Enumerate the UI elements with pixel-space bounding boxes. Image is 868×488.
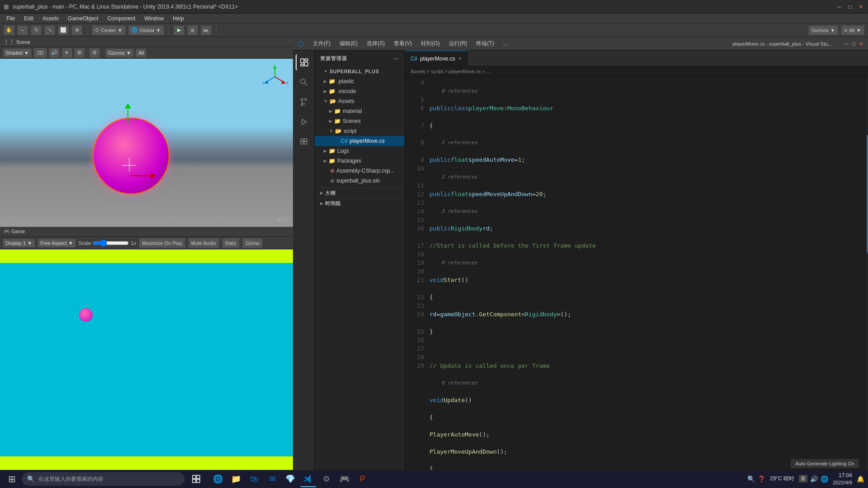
- taskbar-unity[interactable]: ⚙: [318, 471, 335, 487]
- vscode-menu-run[interactable]: 运行(R): [445, 37, 471, 51]
- task-view-button[interactable]: [188, 471, 204, 487]
- explorer-more-icon[interactable]: ···: [394, 56, 399, 61]
- taskbar-slimjet[interactable]: 💎: [282, 471, 298, 487]
- search-activity-icon[interactable]: [296, 74, 312, 90]
- taskbar-mail[interactable]: ✉: [264, 471, 280, 487]
- pause-button[interactable]: ⏸: [187, 25, 198, 35]
- vscode-menu-more[interactable]: ...: [500, 37, 511, 51]
- explorer-sln[interactable]: ≣ superball_plus.sln: [315, 176, 405, 186]
- gizmos-label-3: Gizmo: [245, 240, 260, 246]
- game-tab[interactable]: 🎮 Game: [4, 229, 25, 235]
- speaker-icon[interactable]: 🔊: [810, 475, 818, 483]
- vscode-close[interactable]: ✕: [859, 41, 863, 47]
- menu-gameobject[interactable]: GameObject: [64, 14, 102, 23]
- explorer-assets[interactable]: ▼ 📂 Assets: [315, 96, 405, 106]
- pivot-center-dropdown[interactable]: ⊙ Center ▼: [92, 25, 126, 35]
- stats-button[interactable]: Stats: [222, 238, 240, 248]
- system-icons: 🔍 ❓: [747, 475, 765, 483]
- scene-tab[interactable]: ⋮⋮ Scene: [4, 39, 30, 45]
- extensions-activity-icon[interactable]: [296, 134, 312, 150]
- display-dropdown[interactable]: Display 1 ▼: [3, 239, 35, 248]
- vscode-menu-file[interactable]: 文件(F): [309, 37, 334, 51]
- taskbar-explorer[interactable]: 📁: [228, 471, 244, 487]
- scene-all-dropdown[interactable]: All: [136, 48, 146, 57]
- outline-section[interactable]: ▶ 大纲: [315, 188, 405, 198]
- playermove-tab[interactable]: C# playerMove.cs ✕: [405, 51, 467, 66]
- vscode-menu-select[interactable]: 选择(S): [363, 37, 388, 51]
- audio-button[interactable]: 🔊: [49, 48, 60, 58]
- explorer-logs[interactable]: ▶ 📁 Logs: [315, 146, 405, 156]
- hidden-button[interactable]: ⊞: [74, 48, 85, 58]
- global-dropdown[interactable]: 🌐 Global ▼: [128, 25, 164, 35]
- aspect-dropdown[interactable]: Free Aspect ▼: [38, 239, 76, 248]
- menu-file[interactable]: File: [3, 14, 19, 23]
- taskbar-gamepad[interactable]: 🎮: [336, 471, 353, 487]
- editor-scrollbar[interactable]: [866, 76, 868, 488]
- code-content[interactable]: 0 references public class playerMove : M…: [428, 76, 866, 488]
- explorer-script[interactable]: ▼ 📂 script: [315, 126, 405, 136]
- vscode-menu-edit[interactable]: 编辑(E): [336, 37, 361, 51]
- explorer-material[interactable]: ▶ 📁 material: [315, 106, 405, 116]
- debug-activity-icon[interactable]: [296, 114, 312, 130]
- scale-tool[interactable]: ⤡: [44, 25, 55, 35]
- menu-window[interactable]: Window: [141, 14, 167, 23]
- explorer-plastic[interactable]: ▶ 📁 .plastic: [315, 76, 405, 86]
- rotate-tool[interactable]: ↻: [31, 25, 42, 35]
- vscode-menu-view[interactable]: 查看(V): [390, 37, 415, 51]
- vscode-menu-terminal[interactable]: 终端(T): [472, 37, 497, 51]
- explorer-playermove[interactable]: C# playerMove.cs: [315, 136, 405, 146]
- gizmos-row: Gizmos ▼ All: [105, 48, 146, 57]
- taskbar-clock[interactable]: 17:04 2022/4/9: [833, 472, 852, 486]
- effects-button[interactable]: ✦: [61, 48, 72, 58]
- explorer-packages[interactable]: ▶ 📁 Packages: [315, 156, 405, 166]
- taskbar-edge[interactable]: 🌐: [210, 471, 226, 487]
- start-button[interactable]: ⊞: [4, 471, 20, 487]
- language-indicator[interactable]: 英: [799, 475, 807, 483]
- network-icon[interactable]: 🌐: [821, 475, 828, 483]
- 2d-button[interactable]: 2D: [33, 48, 47, 58]
- vscode-maximize[interactable]: □: [852, 41, 855, 47]
- explorer-activity-icon[interactable]: [296, 54, 312, 70]
- menu-assets[interactable]: Assets: [39, 14, 62, 23]
- scale-slider[interactable]: [93, 239, 129, 247]
- step-button[interactable]: ⏭: [201, 25, 212, 35]
- code-editor[interactable]: 4 5 6 7 8 9 10 11 12 1: [405, 76, 868, 488]
- game-gizmos-button[interactable]: Gizmo: [242, 238, 263, 248]
- axis-gizmo[interactable]: Y X Z: [261, 63, 288, 90]
- move-tool[interactable]: ↔: [17, 25, 28, 35]
- svg-text:Y: Y: [273, 64, 276, 68]
- explorer-assembly[interactable]: ⊕ Assembly-CSharp.csp...: [315, 166, 405, 176]
- close-button[interactable]: ✕: [857, 3, 864, 10]
- menu-edit[interactable]: Edit: [20, 14, 37, 23]
- maximize-on-play-button[interactable]: Maximize On Play: [139, 238, 185, 248]
- taskbar-search[interactable]: 🔍 在这里输入你要搜索的内容: [22, 472, 184, 486]
- scene-gizmos-dropdown[interactable]: Gizmos ▼: [105, 48, 134, 57]
- menu-help[interactable]: Help: [169, 14, 188, 23]
- menu-component[interactable]: Component: [104, 14, 139, 23]
- transform-tool[interactable]: ⊕: [71, 25, 82, 35]
- scene-sphere[interactable]: [93, 117, 170, 194]
- taskbar-powerpoint[interactable]: P: [354, 471, 371, 487]
- settings-button[interactable]: ⚙: [89, 48, 100, 58]
- taskbar-vscode[interactable]: [300, 471, 316, 487]
- source-control-icon[interactable]: [296, 94, 312, 110]
- timeline-section[interactable]: ▶ 时间线: [315, 198, 405, 208]
- play-button[interactable]: ▶: [174, 25, 184, 35]
- maximize-button[interactable]: □: [846, 3, 854, 10]
- x-transform-handle[interactable]: [131, 175, 151, 176]
- explorer-vscode[interactable]: ▶ 📁 .vscode: [315, 86, 405, 96]
- notification-icon[interactable]: 🔔: [857, 475, 864, 483]
- chevron-right-icon-2: ▶: [324, 89, 327, 94]
- shaded-dropdown[interactable]: Shaded ▼: [3, 48, 32, 57]
- close-tab-icon[interactable]: ✕: [458, 56, 462, 61]
- explorer-scenes[interactable]: ▶ 📁 Scenes: [315, 116, 405, 126]
- mute-audio-button[interactable]: Mute Audio: [188, 238, 219, 248]
- vscode-minimize[interactable]: ─: [844, 41, 849, 47]
- vscode-menu-goto[interactable]: 转到(G): [417, 37, 443, 51]
- gizmos-dropdown[interactable]: Gizmos ▼: [808, 25, 838, 35]
- hand-tool[interactable]: ✋: [4, 25, 14, 35]
- taskbar-store[interactable]: 🛍: [246, 471, 262, 487]
- all-layers-dropdown[interactable]: ≡ All ▼: [841, 25, 864, 35]
- rect-tool[interactable]: ⬜: [58, 25, 69, 35]
- minimize-button[interactable]: ─: [835, 3, 843, 10]
